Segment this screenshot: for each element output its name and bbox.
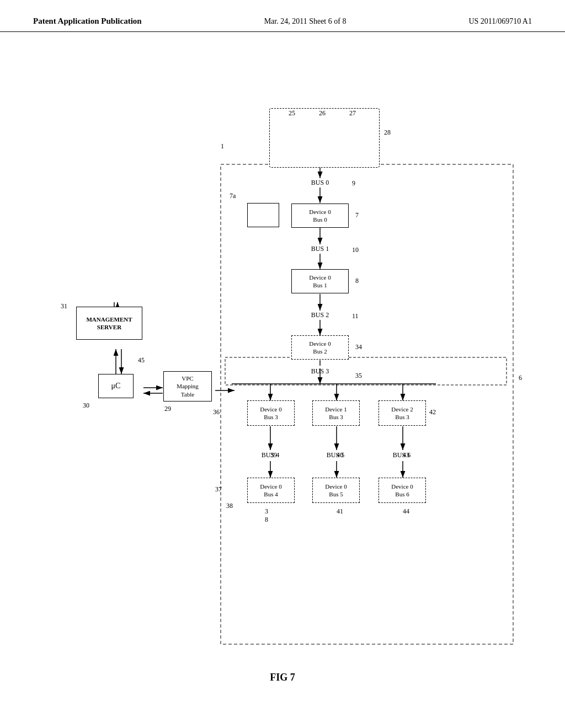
device2bus3-box: Device 2 Bus 3 [379,400,426,426]
ref-41: 41 [337,507,343,516]
ref-26: 26 [319,109,326,117]
bus0-label: BUS 0 [298,179,342,187]
device0bus6-box: Device 0 Bus 6 [379,478,426,503]
figure-caption: FIG 7 [0,672,565,683]
ref-36: 36 [213,408,220,416]
header-right: US 2011/069710 A1 [468,17,532,26]
device0bus4-box: Device 0 Bus 4 [247,478,295,503]
ref-31: 31 [61,302,67,311]
ref-39: 39 [270,451,277,459]
ref-3-8: 38 [265,507,268,524]
ref-34: 34 [355,343,362,351]
device0bus3-box: Device 0 Bus 3 [247,400,295,426]
page-header: Patent Application Publication Mar. 24, … [0,0,565,32]
ref-38: 38 [226,502,233,510]
bus1-label: BUS 1 [298,245,342,253]
ref-37: 37 [215,485,222,494]
ref-11: 11 [352,312,359,320]
ref-29: 29 [164,405,171,413]
ref-42: 42 [429,408,436,416]
ref-7a: 7a [230,192,236,200]
svg-rect-3 [225,357,507,385]
ref-6: 6 [519,374,522,382]
ref-28: 28 [384,129,391,137]
bus5-label: BUS 5 [313,451,358,459]
bus3-label: BUS 3 [298,367,342,376]
device0bus5-box: Device 0 Bus 5 [312,478,360,503]
device1bus3-box: Device 1 Bus 3 [312,400,360,426]
header-middle: Mar. 24, 2011 Sheet 6 of 8 [264,17,347,26]
vpc-box: VPC Mapping Table [163,371,212,402]
mgmt-server-box: MANAGEMENT SERVER [76,307,142,340]
ref-8: 8 [355,277,359,285]
ref-40: 40 [337,451,343,459]
bus2-label: BUS 2 [298,311,342,319]
ref-7: 7 [355,211,359,220]
small-inner-box [247,203,279,227]
device0bus1-box: Device 0 Bus 1 [291,269,349,293]
device0bus0-box: Device 0 Bus 0 [291,204,349,228]
ref-10: 10 [352,246,359,254]
ref-1: 1 [221,142,224,151]
uc-box: μC [98,374,134,398]
ref-35: 35 [355,372,362,380]
ref-43: 43 [403,451,409,459]
ref-45: 45 [138,356,145,365]
ref-25: 25 [289,109,295,117]
ref-9: 9 [352,179,355,188]
bus6-label: BUS 6 [380,451,424,459]
header-left: Patent Application Publication [33,17,142,26]
ref-27: 27 [349,109,356,117]
device0bus2-box: Device 0 Bus 2 [291,335,349,360]
diagram-area: VM VM VM VMI BUS 0 Device 0 Bus 0 BUS 1 … [0,32,565,666]
ref-30: 30 [83,402,89,410]
ref-44: 44 [403,507,409,516]
